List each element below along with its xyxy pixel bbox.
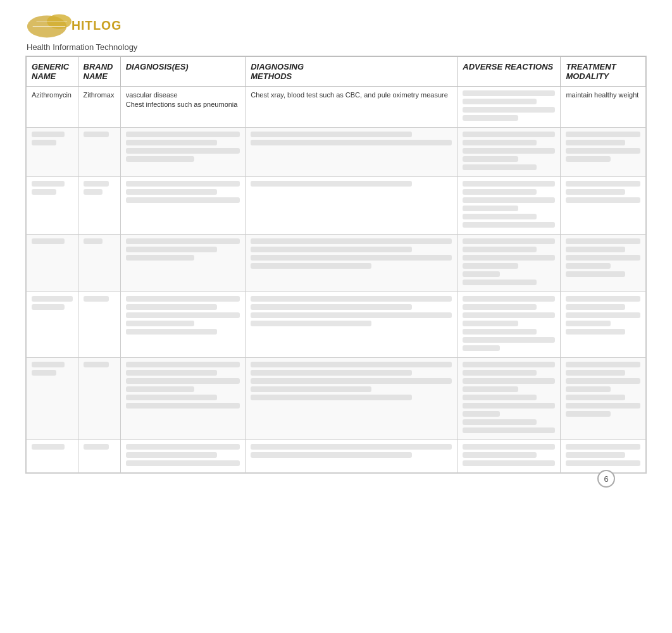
- cell-diagnosing-methods-4: [246, 235, 457, 292]
- cell-brand-name-2: [78, 128, 120, 177]
- cell-generic-name-4: [27, 235, 78, 292]
- cell-generic-name-6: [27, 358, 78, 440]
- table-row: [27, 177, 646, 235]
- cell-diagnoses-3: [120, 177, 246, 235]
- col-header-generic-name: GENERICNAME: [27, 57, 78, 87]
- cell-diagnoses: vascular diseaseChest infections such as…: [120, 87, 246, 128]
- cell-treatment-modality-5: [561, 292, 646, 358]
- cell-diagnosing-methods: Chest xray, blood test such as CBC, and …: [246, 87, 457, 128]
- cell-brand-name-5: [78, 292, 120, 358]
- cell-treatment-modality-2: [561, 128, 646, 177]
- logo-subtitle: Health Information Technology: [25, 42, 137, 52]
- cell-adverse-reactions-7: [457, 440, 561, 473]
- cell-diagnoses-2: [120, 128, 246, 177]
- cell-treatment-modality-3: [561, 177, 646, 235]
- col-header-adverse-reactions: ADVERSE REACTIONS: [457, 57, 561, 87]
- cell-generic-name-2: [27, 128, 78, 177]
- cell-diagnosing-methods-5: [246, 292, 457, 358]
- cell-treatment-modality: maintain healthy weight: [561, 87, 646, 128]
- cell-generic-name: Azithromycin: [27, 87, 78, 128]
- cell-adverse-reactions-3: [457, 177, 561, 235]
- cell-adverse-reactions-5: [457, 292, 561, 358]
- cell-brand-name-3: [78, 177, 120, 235]
- cell-diagnoses-6: [120, 358, 246, 440]
- cell-adverse-reactions-2: [457, 128, 561, 177]
- logo-area: HITLOG Health Information Technology: [25, 6, 139, 52]
- logo-image: HITLOG: [25, 6, 139, 41]
- logo-svg: HITLOG: [25, 8, 139, 40]
- cell-diagnosing-methods-7: [246, 440, 457, 473]
- table-row: [27, 440, 646, 473]
- table-row: Azithromycin Zithromax vascular diseaseC…: [27, 87, 646, 128]
- cell-brand-name-7: [78, 440, 120, 473]
- header: HITLOG Health Information Technology: [0, 0, 672, 56]
- cell-treatment-modality-6: [561, 358, 646, 440]
- col-header-diagnoses: DIAGNOSIS(ES): [120, 57, 246, 87]
- medication-table: GENERICNAME BRANDNAME DIAGNOSIS(ES) DIAG…: [25, 56, 647, 474]
- table-row: [27, 292, 646, 358]
- cell-generic-name-7: [27, 440, 78, 473]
- svg-text:HITLOG: HITLOG: [72, 18, 121, 32]
- col-header-diagnosing-methods: DIAGNOSINGMETHODS: [246, 57, 457, 87]
- cell-adverse-reactions: [457, 87, 561, 128]
- cell-generic-name-3: [27, 177, 78, 235]
- cell-brand-name-4: [78, 235, 120, 292]
- cell-diagnoses-7: [120, 440, 246, 473]
- cell-treatment-modality-4: [561, 235, 646, 292]
- cell-treatment-modality-7: [561, 440, 646, 473]
- cell-diagnoses-5: [120, 292, 246, 358]
- cell-diagnosing-methods-6: [246, 358, 457, 440]
- table-row: [27, 128, 646, 177]
- cell-generic-name-5: [27, 292, 78, 358]
- cell-diagnoses-4: [120, 235, 246, 292]
- col-header-treatment-modality: TREATMENTMODALITY: [561, 57, 646, 87]
- cell-brand-name: Zithromax: [78, 87, 120, 128]
- cell-adverse-reactions-6: [457, 358, 561, 440]
- page: HITLOG Health Information Technology GEN…: [0, 0, 672, 633]
- cell-brand-name-6: [78, 358, 120, 440]
- table-header-row: GENERICNAME BRANDNAME DIAGNOSIS(ES) DIAG…: [27, 57, 646, 87]
- cell-diagnosing-methods-2: [246, 128, 457, 177]
- page-number: 6: [597, 470, 615, 488]
- table-row: [27, 235, 646, 292]
- cell-diagnosing-methods-3: [246, 177, 457, 235]
- table-row: [27, 358, 646, 440]
- col-header-brand-name: BRANDNAME: [78, 57, 120, 87]
- cell-adverse-reactions-4: [457, 235, 561, 292]
